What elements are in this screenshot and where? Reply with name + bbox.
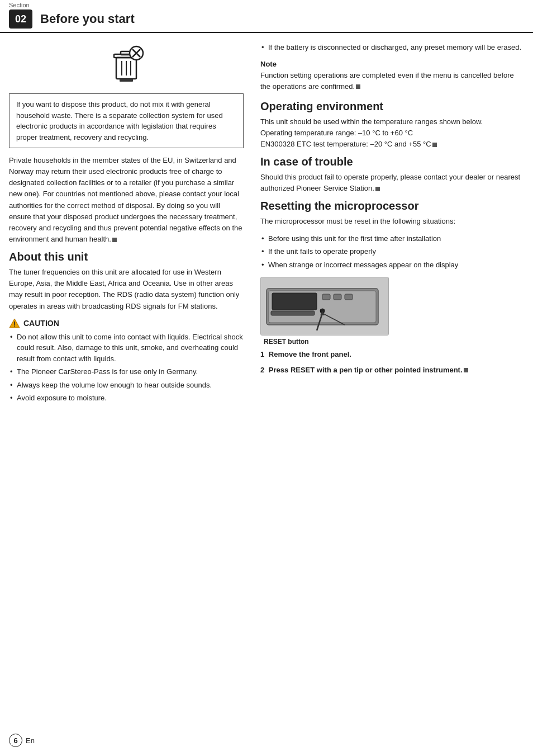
list-item: Avoid exposure to moisture. xyxy=(9,393,244,404)
reset-diagram: RESET button xyxy=(260,277,522,346)
svg-rect-18 xyxy=(345,294,353,300)
trouble-para: Should this product fail to operate prop… xyxy=(260,172,522,194)
svg-text:!: ! xyxy=(13,320,16,328)
warning-icon: ! xyxy=(9,318,20,329)
step-2: 2 Press RESET with a pen tip or other po… xyxy=(260,365,522,376)
reset-bullet-list: Before using this unit for the first tim… xyxy=(260,233,522,271)
operating-para: This unit should be used within the temp… xyxy=(260,116,522,150)
note-block: Note Function setting operations are com… xyxy=(260,60,522,92)
list-item: Always keep the volume low enough to hea… xyxy=(9,380,244,391)
trouble-heading: In case of trouble xyxy=(260,155,522,168)
caution-list: Do not allow this unit to come into cont… xyxy=(9,332,244,404)
step-1: 1 Remove the front panel. xyxy=(260,349,522,360)
note-text: Function setting operations are complete… xyxy=(260,70,522,92)
svg-rect-9 xyxy=(120,79,133,82)
list-item: Do not allow this unit to come into cont… xyxy=(9,332,244,365)
caution-title: ! CAUTION xyxy=(9,318,244,329)
list-item: Before using this unit for the first tim… xyxy=(260,233,522,244)
page-footer: 6 En xyxy=(9,734,35,747)
list-item: If the battery is disconnected or discha… xyxy=(260,42,522,53)
end-marker-trouble xyxy=(375,187,380,191)
end-marker-operating xyxy=(432,143,437,147)
list-item: If the unit fails to operate properly xyxy=(260,246,522,257)
language-label: En xyxy=(26,736,35,745)
svg-rect-15 xyxy=(272,293,317,310)
svg-rect-17 xyxy=(334,294,341,300)
battery-bullet-list: If the battery is disconnected or discha… xyxy=(260,42,522,53)
end-marker-reset xyxy=(464,368,468,372)
reset-heading: Resetting the microprocessor xyxy=(260,200,522,212)
page-number: 6 xyxy=(9,734,22,747)
section-label: Section xyxy=(9,2,524,8)
operating-heading: Operating environment xyxy=(260,100,522,113)
disposal-box: If you want to dispose this product, do … xyxy=(9,93,244,148)
reset-intro: The microprocessor must be reset in the … xyxy=(260,216,522,227)
eu-disposal-para: Private households in the member states … xyxy=(9,155,244,245)
reset-device-svg xyxy=(261,277,389,336)
reset-button-label: RESET button xyxy=(264,338,522,346)
list-item: When strange or incorrect messages appea… xyxy=(260,259,522,271)
svg-rect-23 xyxy=(271,311,315,315)
recycle-icon-area xyxy=(9,42,244,87)
svg-rect-16 xyxy=(322,294,330,300)
about-heading: About this unit xyxy=(9,251,244,263)
page-title: Before you start xyxy=(40,12,135,26)
about-para: The tuner frequencies on this unit are a… xyxy=(9,267,244,312)
caution-block: ! CAUTION Do not allow this unit to come… xyxy=(9,318,244,404)
list-item: The Pioneer CarStereo-Pass is for use on… xyxy=(9,366,244,377)
end-marker xyxy=(356,84,360,89)
end-marker xyxy=(112,238,117,242)
note-title: Note xyxy=(260,60,522,68)
section-number-box: 02 xyxy=(9,10,32,29)
recycle-icon xyxy=(104,42,149,87)
